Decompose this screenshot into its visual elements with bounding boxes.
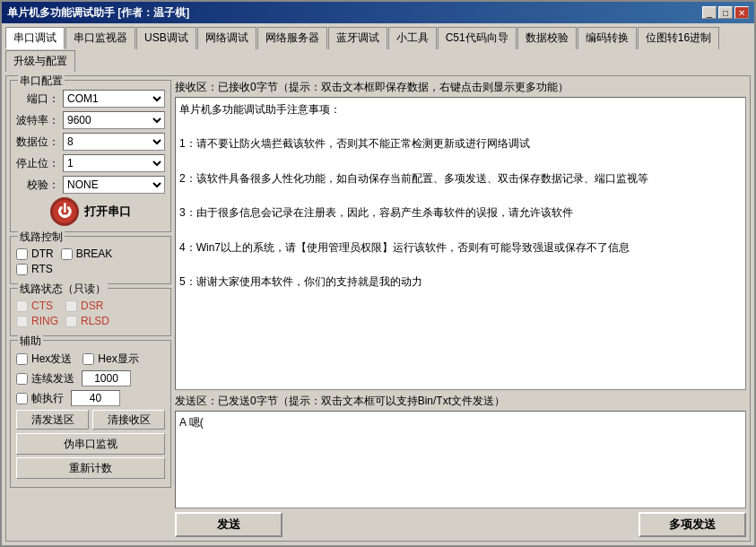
line-status-left: CTS RING [16,300,58,330]
frame-input[interactable] [71,390,120,406]
break-row: BREAK [61,247,113,260]
cts-row: CTS [16,300,58,312]
cts-label: CTS [31,300,53,312]
tab-bar: 串口调试 串口监视器 USB调试 网络调试 网络服务器 蓝牙调试 小工具 C51… [5,27,751,72]
send-title: 发送区：已发送0字节（提示：双击文本框可以支持Bin/Txt文件发送） [175,394,746,409]
break-checkbox[interactable] [61,248,73,260]
ring-label: RING [31,315,58,327]
baud-select[interactable]: 960011520057600 [63,111,165,129]
line-control-right: BREAK [61,247,113,278]
line-status-checkboxes: CTS RING DSR [16,300,165,330]
main-window: 单片机多功能调试助手 [作者：温子棋] _ □ ✕ 串口调试 串口监视器 USB… [0,0,756,547]
receive-title: 接收区：已接收0字节（提示：双击文本框即保存数据，右键点击则显示更多功能） [175,80,746,95]
tab-network[interactable]: 网络调试 [197,27,256,49]
minimize-button[interactable]: _ [702,6,717,19]
line-status-title: 线路状态（只读） [18,282,108,297]
break-label: BREAK [76,247,113,260]
continuous-checkbox[interactable] [16,373,28,385]
tab-usb[interactable]: USB调试 [136,27,196,49]
tab-bluetooth[interactable]: 蓝牙调试 [328,27,387,49]
title-bar: 单片机多功能调试助手 [作者：温子棋] _ □ ✕ [2,2,754,23]
line-status-group: 线路状态（只读） CTS RING [10,288,171,336]
stopbits-label: 停止位： [16,156,59,171]
cts-checkbox [16,300,28,312]
aux-content: Hex发送 Hex显示 连续发送 帧执行 [16,352,165,482]
databits-label: 数据位： [16,135,59,150]
rts-label: RTS [31,263,53,275]
hex-display-checkbox[interactable] [83,353,94,365]
clear-send-button[interactable]: 清发送区 [16,410,89,430]
dtr-row: DTR [16,247,54,260]
hex-display-label: Hex显示 [98,352,138,367]
dtr-checkbox[interactable] [16,248,28,260]
rlsd-checkbox [65,316,77,327]
hex-send-label: Hex发送 [31,352,72,367]
parity-select[interactable]: NONEODDEVEN [63,176,165,194]
receive-textarea[interactable] [175,97,746,390]
continuous-input[interactable] [82,370,131,386]
port-label: 端口： [16,91,59,107]
tab-monitor[interactable]: 串口监视器 [65,27,135,49]
dsr-row: DSR [65,300,109,312]
tab-server[interactable]: 网络服务器 [257,27,327,49]
aux-title: 辅助 [18,334,43,349]
line-control-group: 线路控制 DTR RTS [10,236,171,284]
tab-tools[interactable]: 小工具 [388,27,437,49]
close-button[interactable]: ✕ [734,6,749,19]
frame-row: 帧执行 [16,390,165,406]
tab-serial[interactable]: 串口调试 [5,27,65,49]
rts-row: RTS [16,263,54,275]
port-row: 端口： COM1COM2COM3COM4 [16,90,165,108]
send-box: 发送区：已发送0字节（提示：双击文本框可以支持Bin/Txt文件发送） 发送 多… [175,394,746,537]
tab-c51[interactable]: C51代码向导 [438,27,517,49]
window-controls: _ □ ✕ [702,6,749,19]
aux-group: 辅助 Hex发送 Hex显示 连续发送 [10,340,171,488]
send-btn-row: 发送 多项发送 [175,512,746,537]
rlsd-row: RLSD [65,315,109,327]
line-control-checkboxes: DTR RTS BREAK [16,247,165,278]
rts-checkbox[interactable] [16,264,28,275]
left-panel: 串口配置 端口： COM1COM2COM3COM4 波特率： 960011520… [10,80,171,537]
clear-receive-button[interactable]: 清接收区 [92,410,165,430]
right-panel: 接收区：已接收0字节（提示：双击文本框即保存数据，右键点击则显示更多功能） 发送… [175,80,746,537]
dtr-label: DTR [31,247,54,260]
frame-label: 帧执行 [31,391,64,406]
baud-label: 波特率： [16,113,59,128]
line-control-left: DTR RTS [16,247,54,278]
tab-checksum[interactable]: 数据校验 [517,27,577,49]
clear-buttons-row: 清发送区 清接收区 [16,410,165,430]
tab-encode[interactable]: 编码转换 [578,27,637,49]
baud-row: 波特率： 960011520057600 [16,111,165,129]
databits-select[interactable]: 8765 [63,133,165,151]
send-button[interactable]: 发送 [175,512,282,537]
send-textarea[interactable] [175,411,746,508]
window-title: 单片机多功能调试助手 [作者：温子棋] [7,5,189,21]
open-btn-container: ⏻ 打开串口 [16,197,165,226]
rlsd-label: RLSD [81,315,109,327]
ring-checkbox [16,316,28,327]
hex-send-checkbox[interactable] [16,353,28,365]
serial-config-group: 串口配置 端口： COM1COM2COM3COM4 波特率： 960011520… [10,80,171,232]
hex-row: Hex发送 Hex显示 [16,352,165,367]
frame-checkbox[interactable] [16,393,28,404]
virtual-monitor-button[interactable]: 伪串口监视 [16,433,165,455]
tab-upgrade[interactable]: 升级与配置 [5,50,75,72]
databits-row: 数据位： 8765 [16,133,165,151]
parity-row: 校验： NONEODDEVEN [16,176,165,194]
power-button[interactable]: ⏻ [50,197,79,226]
receive-box: 接收区：已接收0字节（提示：双击文本框即保存数据，右键点击则显示更多功能） [175,80,746,390]
dsr-checkbox [65,300,77,312]
port-select[interactable]: COM1COM2COM3COM4 [63,90,165,108]
send-multi-button[interactable]: 多项发送 [639,512,746,537]
dsr-label: DSR [81,300,103,312]
ring-row: RING [16,315,58,327]
continuous-label: 连续发送 [31,371,74,386]
tab-hex[interactable]: 位图转16进制 [638,27,719,49]
continuous-row: 连续发送 [16,370,165,386]
stopbits-select[interactable]: 11.52 [63,154,165,172]
recount-button[interactable]: 重新计数 [16,457,165,479]
stopbits-row: 停止位： 11.52 [16,154,165,172]
open-serial-label[interactable]: 打开串口 [84,204,131,220]
line-control-title: 线路控制 [18,230,65,245]
maximize-button[interactable]: □ [718,6,733,19]
